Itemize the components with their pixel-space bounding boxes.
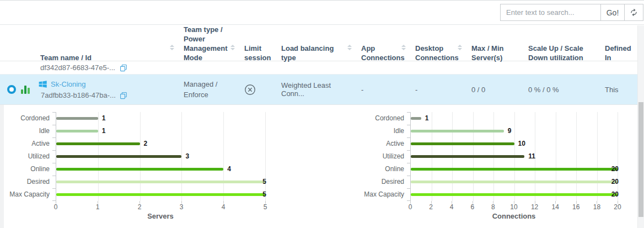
bar-active [411,142,514,145]
category-label-max-capacity: Max Capacity [323,188,410,201]
bar-utilized [411,155,524,158]
chart-row-max-capacity: 20 [411,188,618,201]
refresh-button[interactable] [624,4,643,20]
connections-chart-categories: CordonedIdleActiveUtilizedOnlineDesiredM… [323,112,410,201]
sort-icon [458,45,462,50]
load-balancing-cell: Weighted Least Conn... [276,75,356,104]
tick-label: 6 [470,203,474,211]
header-limit-session[interactable]: Limit session [239,25,276,67]
tick-label: 18 [593,203,600,211]
category-label-utilized: Utilized [323,150,410,163]
category-label-idle: Idle [0,125,56,137]
bar-cordoned [411,117,421,120]
team-name-link[interactable]: Sk-Cloning [51,80,86,88]
value-label: 2 [144,140,148,147]
tick-label: 16 [572,203,579,211]
circle-x-icon [244,84,256,96]
category-label-utilized: Utilized [0,150,56,163]
axis-tick [407,176,410,176]
sort-icon [401,45,406,50]
category-label-online: Online [323,163,410,176]
servers-chart-xaxis: 012345 [56,201,265,210]
bar-cordoned [56,117,98,120]
axis-tick [407,150,410,151]
team-id-text: 7adfbb33-b186-47ba-... [41,91,116,99]
category-label-max-capacity: Max Capacity [0,188,56,201]
category-label-online: Online [0,163,56,176]
chart-row-utilized: 3 [56,150,265,163]
bar-max-capacity [411,193,618,196]
table-header-row: Team name / Id Team type / Power Managem… [0,25,637,61]
value-label: 11 [528,152,535,160]
category-label-idle: Idle [323,125,410,137]
team-type-cell: Managed / Enforce [178,75,239,104]
header-load-balancing[interactable]: Load balancing type [276,25,356,67]
header-desktop-connections[interactable]: Desktop Connections [410,25,466,67]
desktop-connections-cell: - [410,75,466,104]
tick-label: 5 [264,203,267,211]
bar-idle [56,130,98,132]
header-scale-utilization[interactable]: Scale Up / Scale Down utilization [523,25,599,67]
value-label: 9 [508,127,512,135]
value-label: 20 [611,165,619,173]
value-label: 5 [262,190,266,198]
axis-tick [52,188,56,189]
limit-session-cell [239,75,276,104]
tick-label: 0 [54,203,58,211]
header-max-min-servers[interactable]: Max / Min Server(s) [466,25,523,67]
app-connections-cell: - [356,75,410,104]
axis-tick [407,137,410,138]
connections-chart: CordonedIdleActiveUtilizedOnlineDesiredM… [323,112,618,220]
category-label-cordoned: Cordoned [0,112,56,125]
defined-in-cell: This [599,75,637,104]
scale-utilization-cell: 0 % / 0 % [523,75,599,104]
chart-row-cordoned: 1 [411,112,618,125]
tick-label: 12 [531,203,538,211]
header-app-connections[interactable]: App Connections [356,25,410,67]
axis-tick [52,112,56,113]
connections-chart-plot: 191011202020 [410,112,618,201]
table-row-selected[interactable]: Sk-Cloning 7adfbb33-b186-47ba-... Manage… [0,75,637,105]
value-label: 20 [611,178,619,185]
chart-row-online: 20 [411,163,618,176]
value-label: 5 [262,178,266,185]
bar-desired [411,181,618,183]
bar-active [56,142,140,145]
scrollbar-thumb[interactable] [638,102,643,217]
value-label: 4 [227,165,231,173]
tick-label: 2 [429,203,433,211]
tick-label: 8 [491,203,495,211]
servers-chart-categories: CordonedIdleActiveUtilizedOnlineDesiredM… [0,112,56,201]
chart-row-active: 2 [56,137,265,150]
sort-icon [230,45,235,50]
chart-row-desired: 20 [411,176,618,188]
axis-tick [407,125,410,125]
tick-label: 20 [614,203,621,211]
vertical-scrollbar[interactable] [637,25,644,228]
statistics-icon[interactable] [21,86,30,94]
header-team-name[interactable]: Team name / Id [35,25,178,67]
max-min-servers-cell: 0 / 0 [466,75,523,104]
go-button[interactable]: Go! [600,4,624,20]
header-defined-in[interactable]: Defined In [599,25,637,67]
bar-online [56,168,223,171]
category-label-desired: Desired [0,176,56,188]
value-label: 3 [185,152,189,160]
axis-tick [52,125,56,125]
chart-row-idle: 1 [56,125,265,137]
search-input[interactable] [501,4,600,20]
value-label: 10 [518,140,525,147]
value-label: 20 [611,190,619,198]
tick-label: 3 [180,203,184,211]
bar-desired [56,181,265,183]
category-label-active: Active [323,137,410,150]
servers-chart: CordonedIdleActiveUtilizedOnlineDesiredM… [0,112,265,220]
sort-icon [347,45,352,50]
axis-tick [52,163,56,163]
charts-section: CordonedIdleActiveUtilizedOnlineDesiredM… [0,105,644,228]
connections-chart-xaxis: 02468101214161820 [410,201,618,210]
header-icons-column [0,25,35,67]
header-team-type[interactable]: Team type / Power Management Mode [178,25,239,67]
copy-icon[interactable] [120,92,127,99]
record-status-icon [7,85,16,94]
